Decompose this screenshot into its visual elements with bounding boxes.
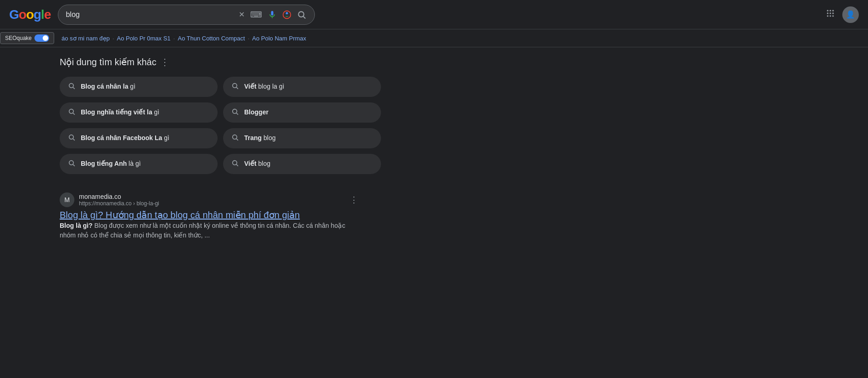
svg-point-19 bbox=[233, 109, 237, 113]
related-text-3: Blogger bbox=[244, 108, 269, 117]
related-search-4[interactable]: Blog cá nhân Facebook La gì bbox=[60, 128, 218, 148]
avatar[interactable]: 👤 bbox=[842, 6, 859, 23]
search-icon-6 bbox=[68, 159, 75, 169]
svg-point-7 bbox=[827, 12, 829, 14]
result-snippet: Blog là gì? Blog được xem như là một cuố… bbox=[60, 221, 358, 240]
seoquake-toggle[interactable] bbox=[34, 34, 49, 42]
svg-point-6 bbox=[832, 10, 834, 11]
search-icon-7 bbox=[231, 159, 239, 169]
google-logo: Google bbox=[9, 7, 50, 22]
result-more-icon[interactable]: ⋮ bbox=[350, 195, 358, 205]
related-text-1: Viết blog la gì bbox=[244, 82, 284, 91]
section-more-icon[interactable]: ⋮ bbox=[160, 56, 169, 68]
related-searches-bar: áo sơ mi nam đẹp · Ao Polo Pr 0max S1 · … bbox=[60, 35, 868, 42]
seoquake-label: SEOquake bbox=[5, 35, 32, 41]
seoquake-badge: SEOquake bbox=[0, 32, 54, 44]
search-icon-2 bbox=[68, 108, 75, 117]
related-search-3[interactable]: Blogger bbox=[223, 102, 381, 123]
related-text-0: Blog cá nhân la gì bbox=[81, 82, 135, 91]
svg-point-4 bbox=[827, 10, 829, 11]
svg-line-22 bbox=[73, 139, 75, 141]
svg-line-24 bbox=[236, 139, 238, 141]
related-text-7: Viết blog bbox=[244, 159, 270, 169]
svg-point-17 bbox=[69, 109, 73, 113]
search-icon-5 bbox=[231, 134, 239, 143]
svg-line-14 bbox=[73, 87, 75, 89]
lens-button[interactable] bbox=[281, 9, 292, 20]
seoquake-bar: SEOquake áo sơ mi nam đẹp · Ao Polo Pr 0… bbox=[0, 29, 868, 47]
apps-grid-icon[interactable] bbox=[824, 7, 837, 22]
svg-point-0 bbox=[283, 11, 291, 18]
search-icon-1 bbox=[231, 82, 239, 91]
related-text-4: Blog cá nhân Facebook La gì bbox=[81, 134, 169, 143]
close-icon: ✕ bbox=[239, 10, 245, 19]
svg-point-12 bbox=[832, 15, 834, 17]
search-icon bbox=[297, 10, 306, 19]
svg-point-15 bbox=[233, 84, 237, 88]
svg-point-25 bbox=[69, 161, 73, 165]
related-search-2[interactable]: Blog nghĩa tiếng viết la gì bbox=[60, 102, 218, 123]
keyboard-icon: ⌨ bbox=[250, 10, 262, 20]
svg-point-2 bbox=[299, 11, 304, 17]
related-link-2[interactable]: Ao Thun Cotton Compact bbox=[178, 35, 245, 42]
related-search-0[interactable]: Blog cá nhân la gì bbox=[60, 77, 218, 97]
svg-point-21 bbox=[69, 135, 73, 139]
lens-icon bbox=[282, 10, 291, 19]
svg-point-8 bbox=[829, 12, 831, 14]
svg-line-18 bbox=[73, 113, 75, 115]
search-button[interactable] bbox=[296, 9, 307, 20]
main-content: Nội dung tìm kiếm khác ⋮ Blog cá nhân la… bbox=[0, 47, 441, 249]
result-section: M monamedia.co https://monamedia.co › bl… bbox=[60, 192, 358, 240]
result-favicon: M bbox=[60, 192, 74, 207]
svg-point-5 bbox=[829, 10, 831, 11]
search-icon-0 bbox=[68, 82, 75, 91]
svg-point-9 bbox=[832, 12, 834, 14]
header: Google ✕ ⌨ bbox=[0, 0, 868, 29]
related-text-2: Blog nghĩa tiếng viết la gì bbox=[81, 108, 159, 117]
result-url: https://monamedia.co › blog-la-gi bbox=[79, 200, 159, 207]
related-search-1[interactable]: Viết blog la gì bbox=[223, 77, 381, 97]
clear-button[interactable]: ✕ bbox=[238, 9, 246, 20]
related-search-5[interactable]: Trang blog bbox=[223, 128, 381, 148]
microphone-icon bbox=[268, 10, 277, 19]
svg-point-10 bbox=[827, 15, 829, 17]
related-text-6: Blog tiếng Anh là gì bbox=[81, 159, 141, 169]
svg-line-16 bbox=[236, 87, 238, 89]
search-bar-icons: ✕ ⌨ bbox=[238, 9, 307, 21]
search-icon-4 bbox=[68, 134, 75, 143]
avatar-image: 👤 bbox=[846, 10, 855, 19]
related-link-1[interactable]: Ao Polo Pr 0max S1 bbox=[117, 35, 171, 42]
keyboard-button[interactable]: ⌨ bbox=[249, 9, 263, 21]
svg-point-13 bbox=[69, 84, 73, 88]
result-source: M monamedia.co https://monamedia.co › bl… bbox=[60, 192, 358, 207]
svg-line-3 bbox=[303, 16, 306, 18]
related-text-5: Trang blog bbox=[244, 134, 275, 143]
search-icon-3 bbox=[231, 108, 239, 117]
svg-point-11 bbox=[829, 15, 831, 17]
search-bar: ✕ ⌨ bbox=[58, 5, 315, 25]
header-right: 👤 bbox=[824, 6, 859, 23]
separator-1: · bbox=[174, 35, 175, 42]
separator-0: · bbox=[112, 35, 114, 42]
section-title: Nội dung tìm kiếm khác ⋮ bbox=[60, 56, 381, 68]
svg-line-20 bbox=[236, 113, 238, 115]
related-search-7[interactable]: Viết blog bbox=[223, 154, 381, 174]
svg-point-27 bbox=[233, 161, 237, 165]
result-site-info: monamedia.co https://monamedia.co › blog… bbox=[79, 193, 159, 207]
separator-2: · bbox=[248, 35, 250, 42]
related-link-0[interactable]: áo sơ mi nam đẹp bbox=[62, 35, 110, 42]
search-input[interactable] bbox=[66, 11, 233, 19]
related-search-6[interactable]: Blog tiếng Anh là gì bbox=[60, 154, 218, 174]
related-link-3[interactable]: Ao Polo Nam Prmax bbox=[252, 35, 306, 42]
svg-line-28 bbox=[236, 164, 238, 166]
svg-point-23 bbox=[233, 135, 237, 139]
microphone-button[interactable] bbox=[267, 9, 278, 20]
result-title[interactable]: Blog là gì? Hướng dẫn tạo blog cá nhân m… bbox=[60, 210, 300, 220]
svg-point-1 bbox=[286, 12, 288, 14]
related-searches-grid: Blog cá nhân la gì Viết blog la gì Blog … bbox=[60, 77, 381, 174]
svg-line-26 bbox=[73, 164, 75, 166]
result-domain: monamedia.co bbox=[79, 193, 159, 200]
